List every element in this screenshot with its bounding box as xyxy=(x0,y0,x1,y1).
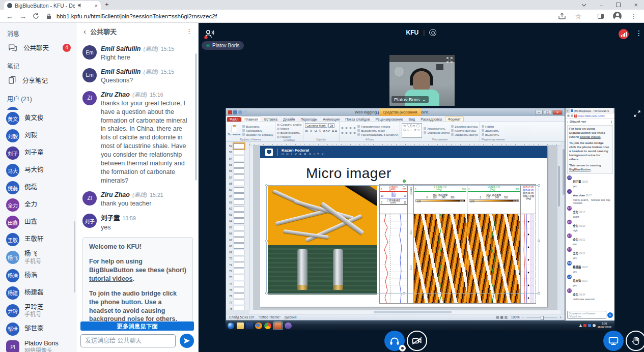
tab-close-icon[interactable]: × xyxy=(95,3,98,9)
remote-send-button[interactable]: ➤ xyxy=(607,312,613,318)
firefox-icon[interactable] xyxy=(255,322,262,329)
ppt-minimize-button[interactable]: – xyxy=(535,110,543,115)
slide-thumbnail[interactable]: 73 xyxy=(226,274,249,280)
more-messages-button[interactable]: 更多消息见下面 xyxy=(80,321,194,331)
ribbon-command[interactable]: Направление текста xyxy=(357,125,398,128)
chat-options-icon[interactable]: ⋮ xyxy=(186,27,193,35)
extension-icon[interactable]: В xyxy=(574,114,577,118)
volume-icon[interactable] xyxy=(593,324,596,327)
ribbon-command[interactable]: Формат по образцу xyxy=(242,133,273,136)
ribbon-tab[interactable]: Показ слайдов xyxy=(343,117,372,122)
chat-input[interactable] xyxy=(80,334,176,347)
ribbon-command[interactable]: Контур фигуры xyxy=(451,129,478,132)
ppt-close-button[interactable]: × xyxy=(552,110,563,115)
user-row[interactable]: 马大 马大钧 xyxy=(0,162,76,179)
user-row[interactable]: 杨浩 杨浩 xyxy=(0,267,76,284)
slide-thumbnail[interactable]: 76 xyxy=(226,293,249,299)
ribbon-tab[interactable]: Рецензирование xyxy=(373,117,405,122)
user-row[interactable]: 杨飞 杨飞手机号 xyxy=(0,248,76,267)
slide-scrollbar[interactable] xyxy=(557,145,561,310)
slide-canvas[interactable]: Kazan FederalU N I V E R S I T Y Micro i… xyxy=(260,146,547,307)
chrome-icon[interactable] xyxy=(264,322,271,329)
lock-icon[interactable] xyxy=(46,13,51,19)
slide-thumbnail[interactable]: 54 xyxy=(226,156,249,162)
tutorial-videos-link[interactable]: tutorial videos xyxy=(580,135,601,138)
ribbon-command[interactable]: Преобразовать в SmartArt xyxy=(357,133,398,136)
slide-thumbnail[interactable]: 71 xyxy=(226,262,249,268)
slide-thumbnail[interactable]: 64 xyxy=(226,218,249,224)
font-size-box[interactable]: 28 xyxy=(328,123,335,128)
tray-icon[interactable] xyxy=(583,324,586,327)
ribbon-command[interactable]: Экспресс-стили xyxy=(424,131,450,134)
raise-hand-button[interactable] xyxy=(626,331,644,351)
slide-thumbnail[interactable]: 70 xyxy=(226,255,249,261)
profile-avatar[interactable] xyxy=(613,12,622,20)
remote-chat-back[interactable]: ‹ xyxy=(567,120,568,123)
user-row[interactable]: Pl Platov Boris网络摄像头 xyxy=(0,338,76,352)
ribbon-tab[interactable]: Главная xyxy=(241,116,261,122)
remote-chat-options[interactable]: ⋮ xyxy=(610,120,613,124)
slide-thumbnail[interactable]: 55 xyxy=(226,162,249,168)
font-name-box[interactable]: Cambria Math xyxy=(305,123,327,128)
shapes-gallery[interactable]: ▭ ╲ ╳ ▭ ◯ ⬠ △ ↔ ⟳ ☆ xyxy=(402,123,422,138)
ribbon-tab[interactable]: Раскадровка xyxy=(418,117,444,122)
rotate-handle[interactable] xyxy=(403,180,406,183)
user-row[interactable]: 全力 全力 xyxy=(0,196,76,214)
ribbon-command[interactable]: Заливка фигуры xyxy=(451,125,478,128)
start-button[interactable] xyxy=(227,322,235,330)
explorer-icon[interactable] xyxy=(237,322,244,329)
back-icon[interactable]: ← xyxy=(6,12,13,20)
slide-thumbnail[interactable]: 65 xyxy=(226,224,249,230)
slide-thumbnail[interactable]: 74 xyxy=(226,281,249,287)
user-row[interactable]: 尹玲 尹玲芝手机号 xyxy=(0,302,76,320)
user-row[interactable]: 王敬 王敬轩 xyxy=(0,231,76,248)
window-minimize-button[interactable]: – xyxy=(600,2,603,8)
user-row[interactable]: 田鑫 田鑫 xyxy=(0,214,76,231)
webcam-name-label[interactable]: Platov Boris⌄ xyxy=(391,96,429,103)
user-row[interactable]: 刘子 刘子童 xyxy=(0,144,76,162)
ribbon-tab[interactable]: Формат xyxy=(445,116,464,122)
sidebar-item-public-chat[interactable]: 公共聊天 4 xyxy=(0,40,76,55)
user-row[interactable]: 倪磊 倪磊 xyxy=(0,179,76,196)
user-row[interactable]: 刘毅 刘毅 xyxy=(0,127,76,144)
ribbon-command[interactable]: Восстановить xyxy=(277,131,301,134)
user-row[interactable]: 黄文 黄文俊 xyxy=(0,110,76,127)
zoom-slider[interactable] xyxy=(526,317,557,317)
ribbon-command[interactable]: Найти xyxy=(482,125,499,128)
ribbon-command[interactable]: Упорядочить xyxy=(424,127,450,130)
ppt-maximize-button[interactable]: ▢ xyxy=(544,110,551,115)
window-close-button[interactable]: × xyxy=(634,1,638,9)
ribbon-tab[interactable]: Вид xyxy=(406,117,418,122)
remote-url[interactable]: https://bbb1.kpfu.ru/htm xyxy=(578,114,605,118)
slide-thumbnail[interactable]: 68 xyxy=(226,243,249,249)
remote-tab[interactable]: (65) Входящие - Почта Mail.ru xyxy=(570,108,613,113)
align-buttons[interactable]: ≡ ≡ ≡ ≡ xyxy=(341,131,356,135)
ribbon-command[interactable]: Макет xyxy=(277,127,301,130)
user-row[interactable]: 杨建 杨建磊 xyxy=(0,284,76,302)
app-icon[interactable] xyxy=(246,322,253,329)
slide-thumbnail[interactable]: 63 xyxy=(226,212,249,218)
screenshare-view[interactable]: Well logging.pptx - Microsoft PowerPoint… xyxy=(226,108,614,330)
taskbar-clock[interactable]: 9:3618.02.2022 xyxy=(597,322,612,329)
ribbon-command[interactable]: Копировать xyxy=(242,129,273,132)
slide-thumbnail[interactable]: 78 xyxy=(226,306,249,310)
user-list-scrollbar[interactable] xyxy=(74,221,75,292)
webcam-fullscreen-icon[interactable] xyxy=(446,57,453,63)
bigbluebutton-link[interactable]: BigBlueButton xyxy=(569,168,591,171)
sidebar-icon[interactable] xyxy=(598,14,604,19)
new-tab-button[interactable]: + xyxy=(105,1,109,8)
audio-button[interactable] xyxy=(384,331,405,351)
screenshare-button[interactable] xyxy=(603,331,624,351)
reload-icon[interactable] xyxy=(33,13,39,19)
font-style-buttons[interactable]: Ж К Ч S abc АА xyxy=(305,129,338,133)
user-row[interactable]: 邹世 邹世豪 xyxy=(0,320,76,338)
slide-thumbnail[interactable]: 77 xyxy=(226,299,249,305)
tray-icon[interactable] xyxy=(588,324,591,327)
remote-chat-input[interactable]: Отправить сообщениеОбщий чат xyxy=(567,311,606,319)
tray-arrow-icon[interactable] xyxy=(579,324,582,327)
forward-icon[interactable]: → xyxy=(19,12,26,20)
options-menu-icon[interactable]: ⋮ xyxy=(635,29,643,37)
quick-access-toolbar[interactable] xyxy=(228,110,247,114)
ppt-horizontal-scrollbar[interactable] xyxy=(249,310,561,314)
paste-button[interactable]: Вставить xyxy=(228,123,241,138)
